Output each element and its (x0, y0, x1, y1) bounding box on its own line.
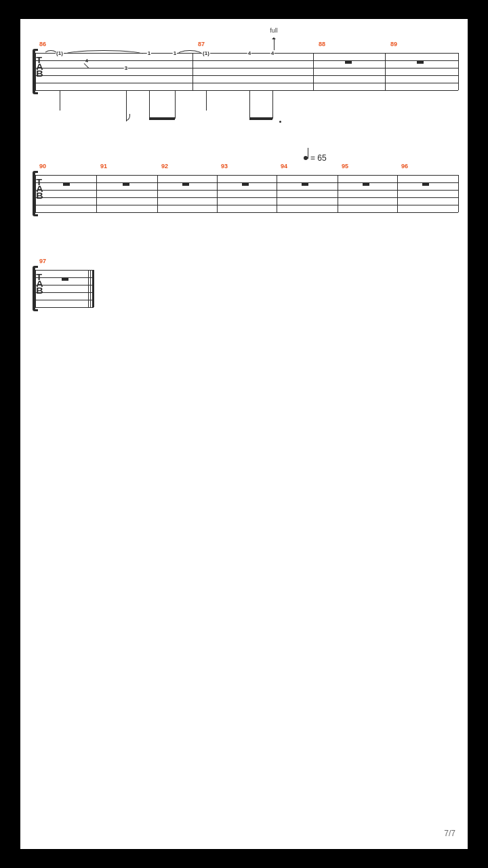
tab-system-1: TAB 86878889(1)11(1)4434full (35, 53, 458, 90)
fret-number: 4 (270, 50, 274, 56)
tempo-text: = 65 (310, 153, 327, 163)
barline (192, 53, 193, 90)
measure-number: 89 (390, 41, 397, 47)
barline (313, 53, 314, 90)
measure-number: 90 (39, 163, 46, 170)
tie-arc (61, 50, 146, 56)
barline (397, 175, 398, 212)
beam (249, 117, 272, 120)
grace-note: 4 (85, 58, 88, 63)
barline (35, 53, 36, 90)
whole-rest (123, 183, 129, 186)
fret-number: 4 (247, 50, 251, 56)
bend-label: full (270, 27, 278, 34)
measure-number: 88 (319, 41, 325, 47)
whole-rest (363, 183, 369, 186)
rhythm-dot (279, 121, 281, 123)
measure-number: 94 (281, 163, 287, 170)
tab-system-2: TAB 90919293949596= 65 (35, 175, 458, 212)
fret-number: 3 (124, 65, 128, 71)
barline (35, 270, 36, 307)
beam (149, 117, 175, 120)
barline (35, 175, 36, 212)
whole-rest (345, 61, 352, 64)
measure-number: 87 (198, 41, 205, 47)
tie-arc (176, 50, 203, 56)
page-number: 7/7 (444, 829, 455, 838)
quarter-note-icon (304, 156, 308, 160)
tempo-mark: = 65 (304, 153, 327, 163)
barline (338, 175, 338, 212)
barline (458, 175, 459, 212)
note-stem (249, 90, 250, 119)
barline (385, 53, 386, 90)
measure-number: 86 (39, 41, 46, 47)
whole-rest (242, 183, 249, 186)
barline (277, 175, 277, 212)
note-stem (272, 90, 273, 119)
measure-number: 91 (100, 163, 107, 170)
whole-rest (422, 183, 429, 186)
measure-number: 92 (161, 163, 168, 170)
tab-clef: TAB (37, 57, 43, 77)
sheet-page: TAB 86878889(1)11(1)4434full TAB 9091929… (20, 19, 468, 849)
fret-number: 1 (147, 50, 151, 56)
barline (157, 175, 158, 212)
whole-rest (182, 183, 189, 186)
bend-arrow-icon (274, 38, 274, 50)
barline (217, 175, 218, 212)
note-stem (60, 90, 60, 111)
measure-number: 93 (221, 163, 228, 170)
whole-rest (302, 183, 308, 186)
tab-clef: TAB (37, 179, 43, 199)
note-flag (126, 114, 130, 121)
note-stem (149, 90, 150, 119)
barline (96, 175, 97, 212)
note-stem (206, 90, 207, 111)
measure-number: 95 (342, 163, 348, 170)
note-stem (175, 90, 176, 119)
whole-rest (63, 183, 70, 186)
measure-number: 96 (401, 163, 408, 170)
tab-system-3: TAB 97 (35, 270, 94, 307)
measure-number: 97 (39, 258, 46, 264)
whole-rest (62, 278, 68, 281)
tab-clef: TAB (37, 274, 43, 294)
final-barline (88, 270, 89, 307)
barline (458, 53, 459, 90)
whole-rest (417, 61, 424, 64)
